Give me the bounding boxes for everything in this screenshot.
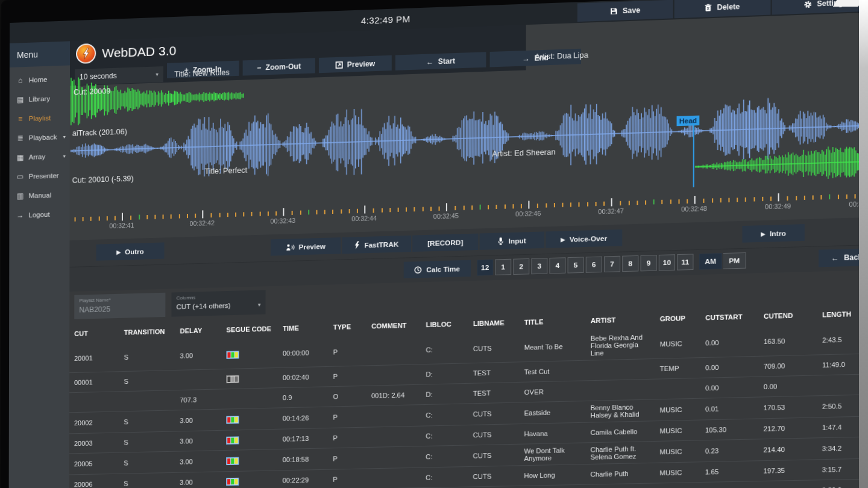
cell-cutstart: 0.23 — [700, 439, 758, 461]
play-icon: ▶ — [116, 249, 121, 255]
cell-group: MUSIC — [655, 462, 700, 483]
hour-button-11[interactable]: 11 — [677, 254, 693, 270]
speaker-person-icon — [286, 243, 294, 251]
cell-type: P — [328, 337, 366, 366]
app-title: WebDAD 3.0 — [102, 43, 176, 60]
timeline-minor-tick — [855, 194, 856, 198]
voice-over-button[interactable]: ▶ Voice-Over — [546, 230, 622, 248]
preview-button[interactable]: Preview — [319, 55, 392, 73]
columns-dropdown[interactable]: Columns CUT (+14 others) ▾ — [171, 290, 265, 316]
cell-transition: S — [119, 371, 175, 391]
cut-label-bottom: Cut: 20010 (-5.39) — [72, 174, 134, 184]
sidebar-item-library[interactable]: ▤Library — [10, 88, 70, 109]
timeline-minor-tick — [829, 194, 831, 199]
webdad-app-window: 4:32:49 PM Save Delete Settings — [8, 0, 868, 488]
hour-button-6[interactable]: 6 — [586, 257, 602, 273]
hour-button-12[interactable]: 12 — [477, 260, 493, 276]
column-header-segue-code[interactable]: SEGUE CODE — [221, 321, 278, 337]
segue-code-icon — [226, 477, 239, 486]
cell-segue-code — [221, 430, 278, 450]
column-header-cutstart[interactable]: CUTSTART — [700, 309, 759, 325]
zoom-window-select[interactable]: 10 seconds ▾ — [75, 66, 163, 85]
play-icon: ▶ — [561, 236, 565, 242]
timeline-label: 00:32:42 — [190, 219, 215, 227]
column-header-title[interactable]: TITLE — [519, 313, 585, 330]
cell-segue-code — [221, 388, 278, 408]
hour-button-7[interactable]: 7 — [604, 256, 620, 272]
column-header-comment[interactable]: COMMENT — [366, 318, 421, 334]
head-marker[interactable]: Head — [677, 116, 700, 127]
main-panel: WebDAD 3.0 10 seconds ▾ + Zoom-In — [69, 12, 868, 488]
timeline-minor-tick — [846, 195, 848, 199]
timeline-minor-tick — [389, 208, 391, 212]
record-button[interactable]: [RECORD] — [412, 234, 478, 252]
timeline-label: 00:32:43 — [271, 217, 296, 225]
save-label: Save — [623, 6, 640, 15]
timeline-minor-tick — [728, 198, 729, 202]
timeline-minor-tick — [90, 217, 92, 221]
column-header-time[interactable]: TIME — [278, 320, 329, 336]
timeline-minor-tick — [488, 205, 489, 209]
waveform-panel[interactable]: WebDAD 3.0 10 seconds ▾ + Zoom-In — [69, 12, 868, 240]
cell-type: P — [328, 469, 366, 488]
intro-button[interactable]: ▶ Intro — [742, 224, 804, 243]
outro-button[interactable]: ▶ Outro — [96, 242, 165, 260]
timeline-minor-tick — [496, 205, 497, 209]
sidebar-item-home[interactable]: ⌂Home — [10, 69, 70, 90]
hour-button-10[interactable]: 10 — [659, 254, 675, 271]
cell-time: 00:17:13 — [278, 428, 329, 449]
cell-libloc: C: — [421, 467, 468, 487]
cell-segue-code — [221, 368, 278, 389]
delete-button[interactable]: Delete — [675, 0, 771, 18]
column-header-libname[interactable]: LIBNAME — [468, 315, 520, 331]
cell-cutend: 163.50 — [758, 326, 817, 356]
fasttrak-button[interactable]: FastTRAK — [342, 236, 411, 254]
start-button[interactable]: ← Start — [395, 52, 486, 70]
hour-button-9[interactable]: 9 — [640, 255, 656, 271]
transport-preview-button[interactable]: Preview — [271, 237, 341, 256]
timeline-minor-tick — [554, 203, 555, 207]
playback-icon: ≣ — [16, 134, 25, 142]
sidebar-item-presenter[interactable]: ▭Presenter — [10, 166, 70, 187]
playlist-name-field[interactable]: Playlist Name* NAB2025 — [74, 293, 165, 319]
timeline-minor-tick — [813, 195, 814, 199]
sidebar-item-label: Logout — [28, 211, 49, 219]
column-header-group[interactable]: GROUP — [655, 310, 700, 326]
timeline-minor-tick — [382, 208, 383, 212]
column-header-libloc[interactable]: LIBLOC — [421, 316, 468, 332]
save-button[interactable]: Save — [577, 0, 673, 22]
sidebar-item-label: Home — [29, 76, 48, 84]
menu-header: Menu — [10, 41, 70, 67]
sidebar-item-playback[interactable]: ≣Playback▾ — [10, 127, 70, 148]
cell-group: MUSIC — [655, 421, 700, 441]
hour-button-3[interactable]: 3 — [531, 258, 547, 274]
sidebar: Menu ⌂Home▤Library≡Playlist≣Playback▾▦Ar… — [8, 41, 70, 488]
pm-button[interactable]: PM — [723, 252, 746, 269]
sidebar-item-array[interactable]: ▦Array▾ — [10, 146, 70, 167]
hour-button-1[interactable]: 1 — [495, 259, 511, 275]
column-header-type[interactable]: TYPE — [329, 319, 366, 334]
sidebar-item-logout[interactable]: →Logout — [9, 204, 69, 225]
column-header-transition[interactable]: TRANSITION — [119, 324, 175, 340]
column-header-cutend[interactable]: CUTEND — [759, 307, 817, 324]
column-header-cut[interactable]: CUT — [69, 325, 119, 341]
hour-button-2[interactable]: 2 — [513, 258, 529, 275]
cell-libloc: C: — [421, 445, 468, 467]
calc-time-button[interactable]: Calc Time — [404, 260, 471, 278]
cell-cutend: 216.63 — [758, 480, 817, 488]
hour-button-8[interactable]: 8 — [622, 255, 638, 272]
am-button[interactable]: AM — [699, 253, 722, 270]
head-marker-line — [693, 125, 694, 187]
timeline-minor-tick — [804, 196, 805, 200]
column-header-delay[interactable]: DELAY — [175, 323, 221, 339]
zoom-out-button[interactable]: − Zoom-Out — [243, 58, 315, 75]
hour-button-5[interactable]: 5 — [568, 257, 584, 273]
column-header-artist[interactable]: ARTIST — [586, 311, 655, 328]
sidebar-item-playlist[interactable]: ≡Playlist — [10, 108, 70, 129]
input-button[interactable]: Input — [479, 231, 544, 250]
cell-transition: S — [119, 432, 175, 452]
sidebar-item-manual[interactable]: ▥Manual — [9, 185, 69, 206]
table-body: 20001S3.0000:00:00PC:CUTSMeant To BeBebe… — [69, 325, 868, 488]
timeline-minor-tick — [115, 216, 116, 221]
hour-button-4[interactable]: 4 — [549, 257, 565, 274]
